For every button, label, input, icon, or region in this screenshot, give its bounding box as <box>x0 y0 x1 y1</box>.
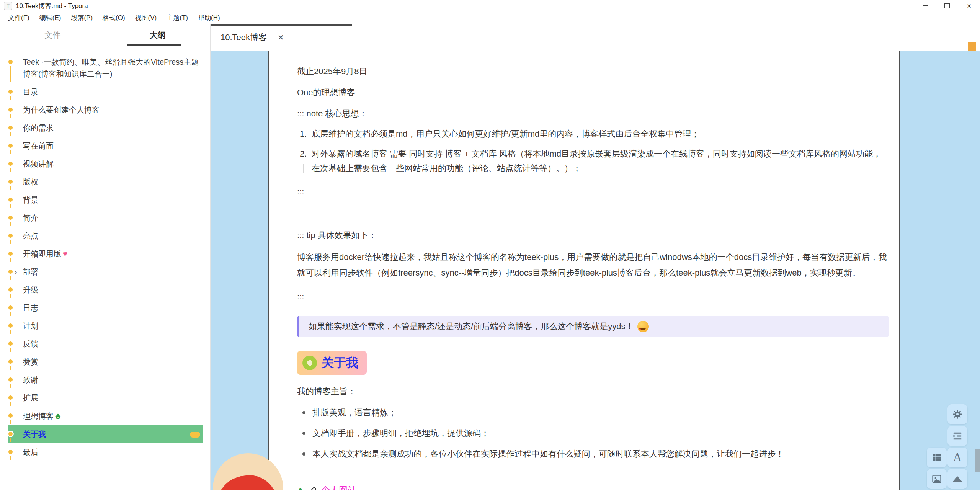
paragraph-docker: 博客服务用docker给快速拉起来，我姑且称这个博客的名称为teek-plus，… <box>297 249 889 281</box>
outline-item[interactable]: 赞赏 <box>0 353 210 371</box>
blockquote: 如果能实现这个需求，不管是静态/还是动态/前后端分离博客，那么这个博客就是yyd… <box>297 316 889 337</box>
list-item: 本人实战文档都是亲测成功的，各位小伙伴在实际操作过程中如有什么疑问，可随时联系本… <box>297 447 889 461</box>
outline-item[interactable]: Teek~一款简约、唯美、丝滑且强大的VitePress主题博客(博客和知识库二… <box>0 53 210 83</box>
paragraph-note-open: ::: note 核心思想： <box>297 106 889 121</box>
outline-item[interactable]: 计划 <box>0 317 210 335</box>
outline-item[interactable]: 版权 <box>0 173 210 191</box>
document-tabbar: 10.Teek博客 ✕ <box>211 24 980 51</box>
outline-item[interactable]: 亮点 <box>0 227 210 245</box>
scroll-marker <box>968 42 976 51</box>
outline-item[interactable]: 致谢 <box>0 371 210 389</box>
heart-eyes-emoji-icon <box>637 321 649 332</box>
triangle-up-icon <box>952 476 962 482</box>
settings-button[interactable] <box>947 404 967 424</box>
table-icon <box>931 452 942 463</box>
back-to-top-button[interactable] <box>947 469 967 489</box>
active-tab-underline <box>127 44 181 46</box>
outline-item-deploy[interactable]: ›部署 <box>0 263 210 281</box>
document-canvas: 截止2025年9月8日 One的理想博客 ::: note 核心思想： 1. 底… <box>211 51 980 490</box>
menu-edit[interactable]: 编辑(E) <box>34 13 66 22</box>
menu-theme[interactable]: 主题(T) <box>162 13 193 22</box>
outline-item[interactable]: 背景 <box>0 191 210 209</box>
outline-item[interactable]: 简介 <box>0 209 210 227</box>
markdown-page[interactable]: 截止2025年9月8日 One的理想博客 ::: note 核心思想： 1. 底… <box>268 51 900 490</box>
maximize-button[interactable] <box>936 0 958 11</box>
blockquote-text: 如果能实现这个需求，不管是静态/还是动态/前后端分离博客，那么这个博客就是yyd… <box>309 320 634 333</box>
active-item-marker <box>190 432 200 438</box>
outline-item[interactable]: 扩展 <box>0 389 210 407</box>
sidebar: 文件 大纲 Teek~一款简约、唯美、丝滑且强大的VitePress主题博客(博… <box>0 24 211 490</box>
close-button[interactable]: ✕ <box>958 0 980 11</box>
list-item: 2. 对外暴露的域名博客 需要 同时支持 博客 + 文档库 风格（将本地md目录… <box>297 147 889 176</box>
outline-item-active[interactable]: 关于我 <box>8 425 203 443</box>
sidebar-tabs: 文件 大纲 <box>0 24 210 46</box>
personal-site-row: 个人网站 <box>297 484 889 490</box>
chevron-right-icon[interactable]: › <box>14 267 17 276</box>
typography-button[interactable]: A <box>947 448 967 467</box>
minimize-button[interactable] <box>915 0 936 11</box>
minimize-icon <box>923 5 928 6</box>
paragraph-note-close: ::: <box>297 184 889 199</box>
outline-item[interactable]: 视频讲解 <box>0 155 210 173</box>
list-item: 文档即手册，步骤明细，拒绝埋坑，提供源码； <box>297 426 889 441</box>
bullet-list: 排版美观，语言精炼； 文档即手册，步骤明细，拒绝埋坑，提供源码； 本人实战文档都… <box>297 405 889 461</box>
outline-item[interactable]: 目录 <box>0 83 210 101</box>
list-number: 1. <box>300 127 307 141</box>
editor-area: 10.Teek博客 ✕ 截止2025年9月8日 One的理想博客 ::: not… <box>211 24 980 490</box>
menu-bar: 文件(F) 编辑(E) 段落(P) 格式(O) 视图(V) 主题(T) 帮助(H… <box>0 11 980 24</box>
about-me-heading: 关于我 <box>297 351 367 375</box>
paragraph-ideal-blog: One的理想博客 <box>297 85 889 100</box>
tab-files[interactable]: 文件 <box>0 24 105 46</box>
outline-item[interactable]: 日志 <box>0 299 210 317</box>
close-icon: ✕ <box>967 3 972 9</box>
kiwi-emoji-icon <box>302 356 317 370</box>
document-tab[interactable]: 10.Teek博客 ✕ <box>211 24 352 51</box>
paragraph-tip-close: ::: <box>297 289 889 304</box>
personal-site-link[interactable]: 个人网站 <box>321 484 356 490</box>
indented-list-icon <box>952 431 963 441</box>
menu-format[interactable]: 格式(O) <box>98 13 130 22</box>
menu-file[interactable]: 文件(F) <box>3 13 34 22</box>
outline-item[interactable]: 为什么要创建个人博客 <box>0 101 210 119</box>
outline-item[interactable]: 写在前面 <box>0 137 210 155</box>
outline-item-label: 开箱即用版 <box>23 250 61 258</box>
paragraph-date: 截止2025年9月8日 <box>297 64 889 79</box>
maximize-icon <box>944 3 950 8</box>
typography-icon: A <box>953 451 962 464</box>
typora-logo-icon: T <box>4 2 12 10</box>
scrollbar-thumb[interactable] <box>975 449 980 472</box>
main-area: 文件 大纲 Teek~一款简约、唯美、丝滑且强大的VitePress主题博客(博… <box>0 24 980 490</box>
tab-close-icon[interactable]: ✕ <box>278 33 284 42</box>
menu-help[interactable]: 帮助(H) <box>193 13 225 22</box>
menu-view[interactable]: 视图(V) <box>130 13 162 22</box>
link-icon <box>307 486 317 490</box>
list-indent-guide <box>303 164 304 173</box>
avatar-red-shape <box>213 472 281 490</box>
image-icon <box>931 474 942 484</box>
outline-item[interactable]: 你的需求 <box>0 119 210 137</box>
clover-icon <box>297 485 304 490</box>
list-item-text: 底层维护的文档必须是md，用户只关心如何更好维护/更新md里的内容，博客样式由后… <box>312 129 699 139</box>
outline-panel-button[interactable] <box>947 426 967 446</box>
window-controls: ✕ <box>915 0 980 11</box>
outline-item[interactable]: 开箱即用版 <box>0 245 210 263</box>
outline-item[interactable]: 理想博客 <box>0 407 210 425</box>
tab-outline[interactable]: 大纲 <box>105 24 211 46</box>
outline-item[interactable]: 最后 <box>0 443 210 461</box>
document-tab-label: 10.Teek博客 <box>220 32 267 43</box>
list-item-text: 对外暴露的域名博客 需要 同时支持 博客 + 文档库 风格（将本地md目录按原嵌… <box>312 149 881 173</box>
outline-item-label: 部署 <box>23 268 38 276</box>
sparkling-heart-icon <box>63 250 67 258</box>
table-button[interactable] <box>927 448 947 467</box>
list-item: 排版美观，语言精炼； <box>297 405 889 420</box>
outline-item[interactable]: 反馈 <box>0 335 210 353</box>
paragraph-tip-open: ::: tip 具体效果如下： <box>297 228 889 243</box>
outline-item[interactable]: 升级 <box>0 281 210 299</box>
menu-paragraph[interactable]: 段落(P) <box>66 13 98 22</box>
clover-icon <box>55 412 60 420</box>
window-titlebar: T 10.Teek博客.md - Typora ✕ <box>0 0 980 11</box>
outline-item-label: 理想博客 <box>23 412 54 420</box>
list-item: 1. 底层维护的文档必须是md，用户只关心如何更好维护/更新md里的内容，博客样… <box>297 127 889 141</box>
about-me-heading-text: 关于我 <box>322 354 358 371</box>
image-button[interactable] <box>927 469 947 489</box>
